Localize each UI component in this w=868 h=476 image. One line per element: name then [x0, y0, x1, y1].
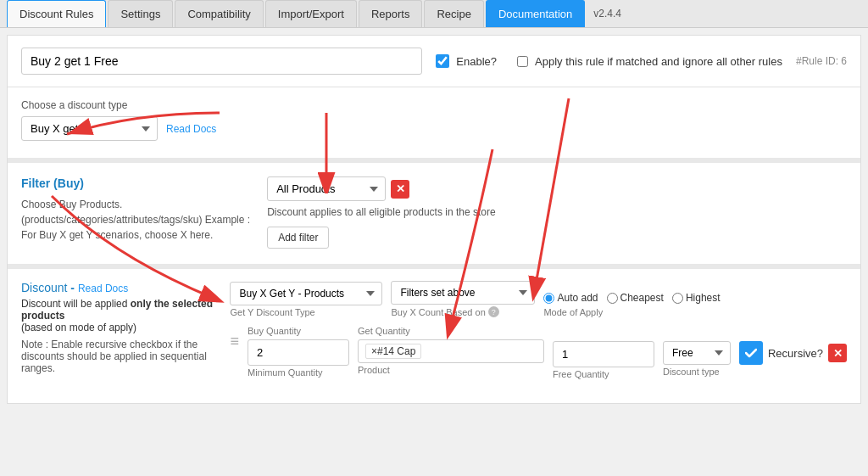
discount-note: Note : Enable recursive checkbox if the …: [21, 339, 216, 374]
free-qty-input[interactable]: [553, 341, 654, 367]
free-qty-label: Free Quantity: [553, 369, 654, 379]
discount-type-select[interactable]: Buy X get Y Percentage Discount Fixed Di…: [21, 116, 158, 141]
enable-checkbox[interactable]: [436, 54, 449, 68]
buy-qty-label: Buy Quantity: [248, 326, 349, 336]
cheapest-radio[interactable]: Cheapest: [607, 292, 664, 304]
drag-handle[interactable]: ≡: [230, 326, 239, 350]
discount-section: Discount - Read Docs Discount will be ap…: [8, 266, 860, 403]
products-filter-select[interactable]: All Products: [267, 176, 386, 201]
filter-desc: Choose Buy Products.(products/categories…: [21, 197, 250, 243]
tab-compatibility[interactable]: Compatibility: [175, 0, 263, 27]
buy-qty-input[interactable]: [248, 339, 349, 366]
discount-type-section: Choose a discount type Buy X get Y Perce…: [8, 87, 860, 160]
remove-filter-btn[interactable]: ✕: [391, 180, 409, 199]
tabs-bar: Discount Rules Settings Compatibility Im…: [0, 0, 868, 28]
discount-type-label: Choose a discount type: [21, 99, 847, 111]
recursive-label: Recursive?: [768, 347, 823, 360]
enable-label: Enable?: [456, 55, 497, 68]
read-docs-link[interactable]: Read Docs: [166, 123, 216, 135]
buy-x-count-select[interactable]: Filters set above: [391, 281, 535, 305]
get-y-type-select[interactable]: Buy X Get Y - Products: [230, 282, 382, 305]
info-icon: ?: [488, 306, 499, 317]
tab-import-export[interactable]: Import/Export: [265, 0, 357, 27]
buy-x-count-label: Buy X Count Based on ?: [391, 306, 535, 317]
filter-title: Filter (Buy): [21, 176, 250, 190]
product-label: Product: [358, 365, 544, 375]
recursive-check-btn[interactable]: [739, 341, 763, 365]
discount-desc: Discount will be applied only the select…: [21, 298, 216, 333]
discount-type-field-label: Discount type: [663, 367, 731, 377]
rule-id: #Rule ID: 6: [796, 55, 847, 67]
tab-reports[interactable]: Reports: [359, 0, 423, 27]
get-y-type-label: Get Y Discount Type: [230, 307, 382, 317]
tab-documentation[interactable]: Documentation: [486, 0, 585, 27]
ignore-checkbox[interactable]: [517, 56, 528, 67]
filter-section: Filter (Buy) Choose Buy Products.(produc…: [8, 160, 860, 266]
filter-note: Discount applies to all eligible product…: [267, 206, 847, 218]
rule-name-section: Enable? Apply this rule if matched and i…: [8, 36, 860, 87]
ignore-label: Apply this rule if matched and ignore al…: [535, 55, 782, 68]
version-badge: v2.4.4: [593, 8, 621, 20]
mode-label: Mode of Apply: [543, 307, 720, 317]
checkmark-icon: [745, 348, 757, 358]
rule-name-input[interactable]: [21, 48, 422, 75]
mode-options: Auto add Cheapest Highest: [543, 292, 720, 304]
highest-radio[interactable]: Highest: [672, 292, 721, 304]
discount-read-docs-link[interactable]: Read Docs: [78, 283, 128, 294]
product-input[interactable]: ×#14 Cap: [358, 339, 544, 363]
get-qty-label: Get Quantity: [358, 326, 544, 336]
discount-title: Discount - Read Docs: [21, 281, 216, 294]
tab-recipe[interactable]: Recipe: [424, 0, 483, 27]
add-filter-btn[interactable]: Add filter: [267, 227, 329, 249]
auto-add-radio[interactable]: Auto add: [543, 292, 598, 304]
min-qty-label: Minimum Quantity: [248, 367, 349, 378]
tab-settings[interactable]: Settings: [108, 0, 173, 27]
free-type-select[interactable]: Free: [663, 341, 731, 365]
product-tag: ×#14 Cap: [365, 344, 421, 359]
tab-discount-rules[interactable]: Discount Rules: [7, 0, 106, 27]
recursive-remove-btn[interactable]: ✕: [828, 344, 847, 362]
